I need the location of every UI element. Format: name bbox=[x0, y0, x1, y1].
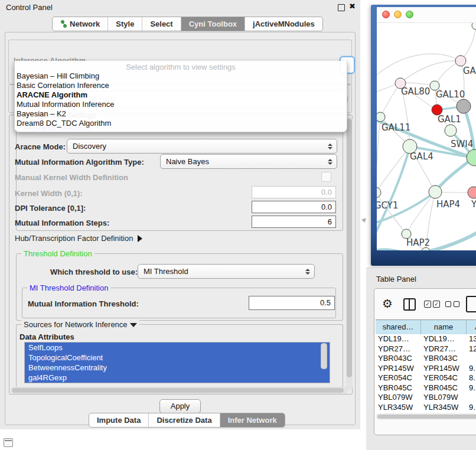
data-attribute-item[interactable]: TopologicalCoefficient bbox=[25, 353, 330, 363]
column-header-next[interactable]: A bbox=[467, 320, 476, 334]
kernel-width-label: Kernel Width (0,1): bbox=[15, 189, 83, 198]
network-edge[interactable] bbox=[435, 158, 474, 192]
tab-infer-network[interactable]: Infer Network bbox=[220, 413, 285, 427]
network-edge[interactable] bbox=[377, 117, 380, 193]
collapse-arrow-icon[interactable] bbox=[130, 323, 137, 327]
data-attribute-item[interactable]: gal4RGexp bbox=[25, 373, 330, 383]
table-cell: 9. bbox=[469, 383, 475, 393]
deselect-all-checkbox-icon[interactable] bbox=[454, 301, 459, 307]
data-attribute-item[interactable]: BetweennessCentrality bbox=[25, 363, 330, 373]
table-row[interactable]: YDR27…YDR27…12 bbox=[376, 344, 476, 354]
network-edge[interactable] bbox=[400, 61, 461, 83]
table-cell: YPR145W bbox=[378, 364, 414, 374]
algorithm-option[interactable]: Dream8 DC_TDC Algorithm bbox=[15, 119, 347, 128]
kernel-width-field[interactable]: 0.0 bbox=[252, 186, 336, 198]
network-edge[interactable] bbox=[461, 25, 476, 61]
network-node-gal[interactable] bbox=[455, 56, 466, 66]
table-cell: YBR043C bbox=[423, 354, 458, 364]
minimize-traffic-light[interactable] bbox=[394, 11, 402, 18]
node-label: GAL bbox=[463, 66, 476, 76]
close-traffic-light[interactable] bbox=[382, 11, 390, 18]
apply-button[interactable]: Apply bbox=[159, 399, 201, 413]
manual-kernel-checkbox[interactable] bbox=[321, 172, 331, 182]
network-edge[interactable] bbox=[377, 54, 461, 79]
table-row[interactable]: YIL052CYIL052C0. bbox=[376, 412, 476, 413]
network-node-gal11[interactable] bbox=[377, 112, 385, 122]
dpi-tolerance-field[interactable]: 0.0 bbox=[252, 201, 336, 213]
network-edge[interactable] bbox=[377, 146, 410, 240]
list-vertical-scrollbar[interactable] bbox=[321, 343, 327, 369]
mi-steps-field[interactable]: 6 bbox=[252, 216, 336, 228]
network-canvas[interactable]: GALGAL80GAL10GAL1GAL11SWI4GAL4GCY1HAP4YH… bbox=[377, 23, 476, 250]
node-label: HAP4 bbox=[436, 199, 460, 210]
table-hscrollbar-thumb[interactable] bbox=[377, 415, 476, 419]
table-row[interactable]: YBR043CYBR043C bbox=[376, 354, 476, 364]
tab-impute-data[interactable]: Impute Data bbox=[89, 413, 149, 427]
network-node-gcy1[interactable] bbox=[377, 187, 381, 198]
algorithm-option[interactable]: Bayesian – K2 bbox=[15, 109, 347, 119]
tab-jactivemnodules[interactable]: jActiveMNodules bbox=[245, 17, 322, 31]
mi-threshold-field[interactable]: 0.5 bbox=[249, 296, 335, 310]
close-icon[interactable]: ✖ bbox=[349, 2, 356, 11]
tab-network[interactable]: Network bbox=[53, 17, 108, 31]
algorithm-option[interactable]: Basic Correlation Inference bbox=[15, 81, 347, 90]
manual-kernel-label: Manual Kernel Width Definition bbox=[15, 173, 128, 182]
float-window-icon[interactable] bbox=[338, 4, 345, 11]
bottom-tabbar: Impute Data Discretize Data Infer Networ… bbox=[89, 413, 285, 428]
settings-hscrollbar-thumb[interactable] bbox=[12, 388, 344, 393]
deselect-all-checkbox-icon[interactable] bbox=[445, 301, 451, 307]
table-row[interactable]: YER054CYER054C8. bbox=[376, 373, 476, 383]
column-header-shared-name[interactable]: shared… bbox=[376, 320, 421, 334]
table-row[interactable]: YDL19…YDL19…13 bbox=[376, 334, 476, 344]
table-cell: YLR345W bbox=[423, 403, 458, 413]
mi-type-value: Naive Bayes bbox=[166, 157, 328, 166]
network-node-y[interactable] bbox=[468, 187, 476, 198]
combo-arrows-icon bbox=[305, 269, 310, 275]
column-header-name[interactable]: name bbox=[421, 320, 467, 334]
collapsed-panel-icon[interactable] bbox=[4, 438, 13, 447]
network-node[interactable] bbox=[457, 99, 471, 113]
select-all-checkbox-icon[interactable]: ✓ bbox=[424, 301, 431, 308]
algorithm-dropdown-popup: Select algorithm to view settings Bayesi… bbox=[14, 61, 347, 132]
network-edge[interactable] bbox=[377, 146, 410, 193]
hub-definition-expander[interactable]: Hub/Transcription Factor Definition bbox=[15, 234, 142, 243]
table-row[interactable]: YLR345WYLR345W9. bbox=[376, 403, 476, 413]
gear-icon[interactable]: ⚙ bbox=[382, 298, 393, 309]
mi-type-select[interactable]: Naive Bayes bbox=[160, 154, 337, 169]
network-icon bbox=[60, 20, 67, 28]
aracne-mode-label: Aracne Mode: bbox=[15, 142, 66, 151]
table-header: shared… name A bbox=[376, 319, 476, 335]
settings-scrollbar-thumb[interactable] bbox=[347, 119, 352, 377]
network-node[interactable] bbox=[472, 23, 476, 30]
new-table-icon[interactable] bbox=[466, 296, 476, 312]
data-attributes-list: SelfLoopsTopologicalCoefficientBetweenne… bbox=[24, 342, 330, 383]
expander-arrow-icon bbox=[138, 235, 142, 242]
zoom-traffic-light[interactable] bbox=[406, 11, 413, 18]
data-attribute-item[interactable]: SelfLoops bbox=[25, 343, 330, 353]
tab-select[interactable]: Select bbox=[142, 17, 181, 31]
columns-icon[interactable] bbox=[403, 298, 416, 311]
tab-style[interactable]: Style bbox=[108, 17, 142, 31]
aracne-mode-select[interactable]: Discovery bbox=[67, 139, 337, 154]
network-view-window: GALGAL80GAL10GAL1GAL11SWI4GAL4GCY1HAP4YH… bbox=[371, 5, 476, 266]
window-titlebar[interactable] bbox=[377, 7, 476, 23]
tab-cyni-toolbox[interactable]: Cyni Toolbox bbox=[181, 17, 245, 31]
which-threshold-select[interactable]: MI Threshold bbox=[138, 264, 315, 279]
combo-arrows-icon bbox=[328, 159, 332, 165]
select-all-checkbox-icon[interactable]: ✓ bbox=[433, 301, 440, 308]
table-cell: YDR27… bbox=[378, 344, 410, 354]
table-cell: YIL052C bbox=[378, 412, 408, 413]
network-edge[interactable] bbox=[380, 83, 400, 117]
tab-network-label: Network bbox=[70, 17, 100, 31]
algorithm-option[interactable]: Mutual Information Inference bbox=[15, 100, 347, 109]
network-node-hap4[interactable] bbox=[429, 185, 442, 198]
network-node-swi4[interactable] bbox=[445, 125, 457, 136]
algorithm-option[interactable]: ARACNE Algorithm bbox=[15, 90, 347, 100]
algorithm-option[interactable]: Bayesian – Hill Climbing bbox=[15, 71, 347, 81]
table-row[interactable]: YPR145WYPR145W9. bbox=[376, 364, 476, 374]
threshold-definition-title: Threshold Definition bbox=[21, 249, 94, 258]
table-row[interactable]: YBR045CYBR045C9. bbox=[376, 383, 476, 393]
table-row[interactable]: YBL079WYBL079W bbox=[376, 393, 476, 403]
tab-discretize-data[interactable]: Discretize Data bbox=[149, 413, 220, 427]
network-edge[interactable] bbox=[377, 249, 418, 250]
